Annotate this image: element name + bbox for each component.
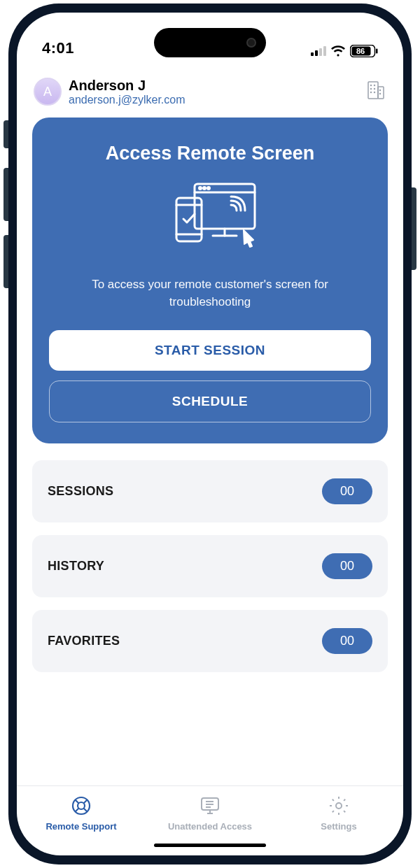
screen: 4:01 86 A Anderson J anderson.j@zylker.c…	[17, 13, 403, 855]
svg-point-10	[371, 85, 372, 86]
svg-point-17	[380, 94, 381, 94]
svg-point-40	[336, 803, 342, 809]
tab-bar: Remote Support Unattended Access Setting…	[17, 785, 403, 834]
user-email: anderson.j@zylker.com	[69, 94, 358, 106]
building-icon	[365, 80, 386, 101]
battery-icon: 86	[350, 45, 378, 57]
svg-rect-6	[376, 49, 378, 54]
list-item-label: HISTORY	[48, 559, 104, 574]
lifebuoy-icon	[70, 795, 92, 817]
svg-point-16	[380, 90, 381, 91]
tab-label: Remote Support	[46, 821, 116, 832]
svg-point-14	[371, 92, 372, 93]
avatar-initial: A	[43, 85, 52, 99]
avatar[interactable]: A	[34, 78, 62, 106]
count-badge: 00	[322, 553, 372, 579]
schedule-button[interactable]: SCHEDULE	[49, 380, 371, 422]
dynamic-island	[154, 28, 266, 57]
svg-rect-8	[368, 82, 378, 99]
user-info: Anderson J anderson.j@zylker.com	[69, 77, 358, 106]
svg-text:86: 86	[356, 47, 365, 55]
tab-remote-support[interactable]: Remote Support	[17, 795, 146, 832]
svg-rect-0	[311, 52, 314, 56]
svg-point-15	[374, 92, 375, 93]
svg-point-13	[374, 89, 375, 90]
list-row-history[interactable]: HISTORY 00	[32, 535, 388, 597]
list-row-favorites[interactable]: FAVORITES 00	[32, 610, 388, 672]
svg-line-30	[76, 800, 79, 804]
content[interactable]: Access Remote Screen	[17, 118, 403, 785]
monitor-list-icon	[198, 795, 222, 817]
svg-rect-9	[378, 87, 384, 99]
list-item-label: FAVORITES	[48, 634, 120, 648]
svg-rect-2	[319, 48, 322, 56]
count-badge: 00	[322, 478, 372, 504]
hero-title: Access Remote Screen	[49, 143, 371, 164]
hero-description: To access your remote customer's screen …	[49, 276, 371, 311]
hero-illustration	[49, 180, 371, 257]
tab-unattended-access[interactable]: Unattended Access	[146, 795, 274, 832]
list-row-sessions[interactable]: SESSIONS 00	[32, 460, 388, 522]
count-badge: 00	[322, 628, 372, 654]
power-button[interactable]	[411, 187, 416, 270]
header: A Anderson J anderson.j@zylker.com	[17, 62, 403, 118]
svg-point-20	[200, 187, 202, 190]
home-bar	[17, 834, 403, 855]
summary-list: SESSIONS 00 HISTORY 00 FAVORITES 00	[32, 460, 388, 672]
svg-line-32	[76, 809, 79, 812]
status-time: 4:01	[42, 39, 74, 57]
camera-lens	[246, 38, 256, 48]
svg-point-21	[204, 187, 206, 190]
svg-rect-1	[315, 50, 318, 56]
svg-point-11	[374, 85, 375, 86]
svg-line-33	[84, 809, 88, 812]
organization-button[interactable]	[365, 80, 386, 104]
tab-label: Unattended Access	[168, 821, 252, 832]
hero-card: Access Remote Screen	[32, 118, 388, 443]
cellular-icon	[311, 46, 326, 56]
status-icons: 86	[311, 45, 378, 57]
list-item-label: SESSIONS	[48, 484, 113, 499]
svg-rect-3	[323, 46, 326, 56]
start-session-button[interactable]: START SESSION	[49, 330, 371, 371]
tab-label: Settings	[321, 821, 356, 832]
home-indicator[interactable]	[154, 844, 266, 847]
tab-settings[interactable]: Settings	[274, 795, 403, 832]
phone-frame: 4:01 86 A Anderson J anderson.j@zylker.c…	[0, 0, 420, 868]
gear-icon	[328, 795, 350, 817]
wifi-icon	[330, 45, 346, 57]
user-name: Anderson J	[69, 77, 358, 94]
svg-point-12	[371, 89, 372, 90]
remote-screen-icon	[161, 180, 259, 257]
svg-rect-18	[195, 184, 255, 229]
svg-line-31	[84, 800, 88, 804]
svg-point-22	[208, 187, 210, 190]
